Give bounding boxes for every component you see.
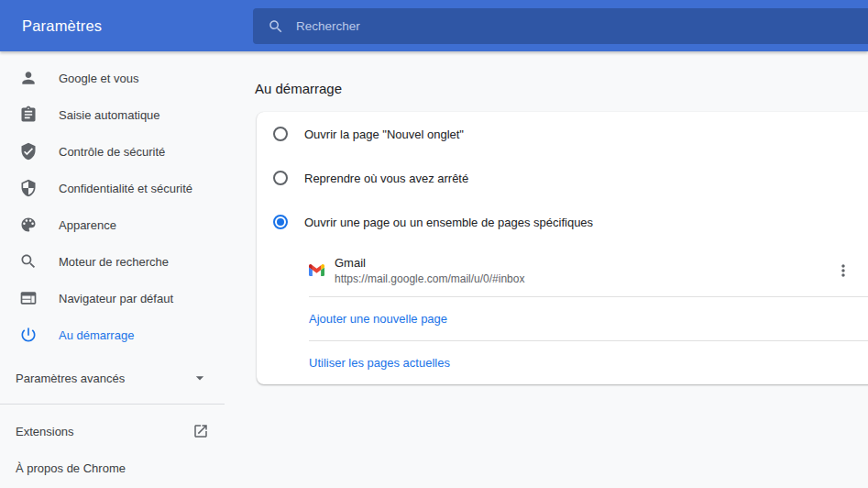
more-actions-button[interactable]: [832, 260, 854, 282]
option-open-new-tab[interactable]: Ouvrir la page "Nouvel onglet": [257, 112, 868, 156]
power-icon: [19, 326, 38, 344]
shield-check-icon: [19, 142, 38, 161]
sidebar-item-extensions[interactable]: Extensions: [0, 413, 225, 449]
palette-icon: [19, 216, 38, 234]
sidebar-item-google[interactable]: Google et vous: [0, 60, 225, 96]
search-icon: [268, 18, 284, 35]
advanced-settings-label: Paramètres avancés: [16, 372, 125, 385]
section-title: Au démarrage: [255, 81, 868, 96]
startup-page-row[interactable]: Gmail https://mail.google.com/mail/u/0/#…: [257, 244, 868, 296]
startup-page-url: https://mail.google.com/mail/u/0/#inbox: [335, 272, 524, 285]
sidebar-item-label: Apparence: [59, 218, 116, 232]
option-open-specific-pages[interactable]: Ouvrir une page ou un ensemble de pages …: [257, 200, 868, 244]
more-vert-icon: [834, 261, 852, 280]
settings-sidebar: Google et vous Saisie automatique Contrô…: [0, 51, 225, 488]
radio-icon[interactable]: [273, 171, 288, 185]
sidebar-item-on-startup[interactable]: Au démarrage: [0, 316, 225, 353]
option-label: Reprendre où vous avez arrêté: [304, 172, 468, 185]
person-icon: [19, 69, 38, 87]
sidebar-item-privacy[interactable]: Confidentialité et sécurité: [0, 170, 225, 206]
option-label: Ouvrir la page "Nouvel onglet": [304, 128, 464, 141]
sidebar-item-label: Google et vous: [59, 72, 138, 85]
chevron-down-icon: [191, 369, 209, 387]
search-input[interactable]: [296, 19, 868, 33]
browser-icon: [19, 289, 38, 307]
search-box[interactable]: [253, 8, 868, 44]
sidebar-item-label: Contrôle de sécurité: [59, 145, 165, 159]
external-link-icon: [192, 423, 209, 439]
settings-main: Au démarrage Ouvrir la page "Nouvel ongl…: [225, 51, 868, 488]
advanced-settings-toggle[interactable]: Paramètres avancés: [0, 360, 225, 396]
sidebar-item-autofill[interactable]: Saisie automatique: [0, 96, 225, 133]
startup-page-title: Gmail: [335, 256, 524, 270]
add-new-page-row[interactable]: Ajouter une nouvelle page: [257, 297, 868, 340]
add-new-page-link[interactable]: Ajouter une nouvelle page: [309, 312, 447, 326]
sidebar-item-label: Navigateur par défaut: [59, 292, 173, 305]
sidebar-item-label: Saisie automatique: [59, 108, 160, 122]
use-current-pages-row[interactable]: Utiliser les pages actuelles: [257, 341, 868, 384]
sidebar-item-default-browser[interactable]: Navigateur par défaut: [0, 280, 225, 316]
option-continue-where-left-off[interactable]: Reprendre où vous avez arrêté: [257, 156, 868, 200]
page-title: Paramètres: [22, 17, 102, 35]
option-label: Ouvrir une page ou un ensemble de pages …: [304, 216, 593, 229]
use-current-pages-link[interactable]: Utiliser les pages actuelles: [309, 356, 450, 370]
sidebar-item-label: Moteur de recherche: [59, 255, 169, 269]
startup-page-info: Gmail https://mail.google.com/mail/u/0/#…: [335, 256, 524, 285]
search-icon: [19, 252, 38, 271]
gmail-icon: [309, 262, 324, 278]
radio-icon[interactable]: [273, 127, 288, 141]
sidebar-item-search-engine[interactable]: Moteur de recherche: [0, 243, 225, 280]
clipboard-icon: [19, 105, 38, 124]
app-header: Paramètres: [0, 0, 868, 51]
sidebar-item-about-chrome[interactable]: À propos de Chrome: [0, 449, 225, 486]
extensions-label: Extensions: [16, 425, 74, 438]
sidebar-item-appearance[interactable]: Apparence: [0, 206, 225, 243]
radio-icon-selected[interactable]: [273, 215, 288, 229]
on-startup-card: Ouvrir la page "Nouvel onglet" Reprendre…: [257, 112, 868, 384]
sidebar-divider: [0, 404, 225, 405]
about-chrome-label: À propos de Chrome: [16, 461, 126, 475]
shield-half-icon: [19, 179, 38, 197]
sidebar-item-label: Confidentialité et sécurité: [59, 182, 192, 195]
sidebar-item-safety-check[interactable]: Contrôle de sécurité: [0, 133, 225, 170]
sidebar-item-label: Au démarrage: [59, 328, 134, 342]
